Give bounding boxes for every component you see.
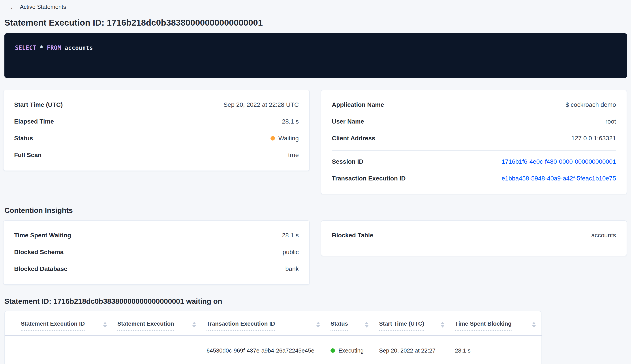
sort-icon[interactable] [316,322,322,328]
column-header-transaction-execution-id[interactable]: Transaction Execution ID [202,311,326,336]
statement-execution-details-page: ← Active Statements Statement Execution … [0,0,631,364]
row-user-name: User Name root [332,113,616,130]
summary-cards-row: Start Time (UTC) Sep 20, 2022 at 22:28 U… [3,90,627,194]
row-elapsed-time: Elapsed Time 28.1 s [14,113,299,130]
blocked-schema-value: public [283,248,299,256]
card-divider [332,150,616,151]
start-time-label: Start Time (UTC) [14,101,63,108]
sql-table-name: accounts [65,44,93,51]
contention-insights-heading: Contention Insights [4,206,627,215]
column-header-statement-execution-id[interactable]: Statement Execution ID [5,311,113,336]
sql-statement-text: SELECT * FROM accounts [15,44,93,51]
row-blocked-database: Blocked Database bank [14,260,299,277]
row-time-spent-waiting: Time Spent Waiting 28.1 s [14,227,299,244]
row-blocked-schema: Blocked Schema public [14,244,299,260]
cell-statement-execution [113,336,202,364]
session-id-link[interactable]: 1716b1f6-4e0c-f480-0000-000000000001 [502,158,616,165]
statement-execution-header-label[interactable]: Statement Execution [117,320,174,331]
arrow-left-icon: ← [10,4,16,10]
transaction-execution-id-link[interactable]: e1bba458-5948-40a9-a42f-5feac1b10e75 [502,175,616,182]
row-blocked-table: Blocked Table accounts [332,227,616,244]
blocked-database-value: bank [285,266,299,272]
cell-time-spent-blocking: 28.1 s [450,336,542,364]
sql-statement-box: SELECT * FROM accounts [4,33,627,78]
sort-icon[interactable] [365,322,371,328]
cell-statement-execution-id [5,336,113,364]
sql-star: * [40,44,43,51]
row-session-id: Session ID 1716b1f6-4e0c-f480-0000-00000… [332,153,616,170]
sort-icon[interactable] [441,322,447,328]
application-name-label: Application Name [332,101,384,108]
waiting-on-heading: Statement ID: 1716b218dc0b38380000000000… [4,297,627,306]
transaction-execution-id-label: Transaction Execution ID [332,175,406,182]
column-header-start-time[interactable]: Start Time (UTC) [375,311,450,336]
start-time-value: Sep 20, 2022 at 22:28 UTC [224,101,299,108]
sql-keyword-select: SELECT [15,44,36,51]
status-value: Waiting [278,135,299,142]
column-header-time-spent-blocking[interactable]: Time Spent Blocking [450,311,542,336]
back-to-active-statements-link[interactable]: ← Active Statements [10,4,66,10]
column-header-status[interactable]: Status [326,311,375,336]
table-row: 64530d0c-969f-437e-a9b4-26a72245e45e Exe… [5,336,542,364]
back-link-label: Active Statements [20,4,66,10]
user-name-label: User Name [332,118,364,125]
status-badge: Waiting [270,135,299,142]
row-client-address: Client Address 127.0.0.1:63321 [332,130,616,147]
session-id-label: Session ID [332,158,364,165]
full-scan-label: Full Scan [14,152,42,158]
sort-icon[interactable] [192,322,198,328]
executing-status-value: Executing [338,347,364,354]
cell-transaction-execution-id: 64530d0c-969f-437e-a9b4-26a72245e45e [202,336,326,364]
application-name-value: $ cockroach demo [566,101,616,108]
statement-execution-id-header-label[interactable]: Statement Execution ID [21,320,85,331]
time-spent-waiting-label: Time Spent Waiting [14,232,71,239]
row-full-scan: Full Scan true [14,147,299,164]
status-header-label[interactable]: Status [330,320,348,331]
time-spent-waiting-value: 28.1 s [282,232,299,239]
session-details-card: Application Name $ cockroach demo User N… [321,90,627,194]
row-application-name: Application Name $ cockroach demo [332,96,616,113]
row-start-time: Start Time (UTC) Sep 20, 2022 at 22:28 U… [14,96,299,113]
cell-status: Executing [326,336,375,364]
client-address-value: 127.0.0.1:63321 [572,135,616,142]
user-name-value: root [606,118,616,125]
cell-start-time: Sep 20, 2022 at 22:27 [375,336,450,364]
row-transaction-execution-id: Transaction Execution ID e1bba458-5948-4… [332,170,616,187]
full-scan-value: true [288,152,299,158]
waiting-on-table: Statement Execution ID Statement Executi… [5,311,542,364]
contention-right-card: Blocked Table accounts [321,220,627,256]
contention-left-card: Time Spent Waiting 28.1 s Blocked Schema… [3,220,310,285]
sql-keyword-from: FROM [47,44,61,51]
blocked-database-label: Blocked Database [14,266,67,272]
row-status: Status Waiting [14,130,299,147]
page-title: Statement Execution ID: 1716b218dc0b3838… [4,18,627,28]
sort-icon[interactable] [103,322,110,328]
execution-overview-card: Start Time (UTC) Sep 20, 2022 at 22:28 U… [3,90,310,171]
executing-status-dot-icon [330,348,335,353]
blocked-schema-label: Blocked Schema [14,248,64,256]
contention-cards-row: Time Spent Waiting 28.1 s Blocked Schema… [3,220,627,285]
transaction-execution-id-header-label[interactable]: Transaction Execution ID [206,320,275,331]
waiting-status-dot-icon [270,136,275,140]
sort-icon[interactable] [532,322,538,328]
status-label: Status [14,135,33,142]
client-address-label: Client Address [332,135,375,142]
time-spent-blocking-header-label[interactable]: Time Spent Blocking [455,320,512,331]
start-time-header-label[interactable]: Start Time (UTC) [379,320,424,331]
elapsed-time-value: 28.1 s [282,118,299,125]
elapsed-time-label: Elapsed Time [14,118,54,125]
column-header-statement-execution[interactable]: Statement Execution [113,311,202,336]
waiting-on-table-card: Statement Execution ID Statement Executi… [4,311,542,364]
blocked-table-label: Blocked Table [332,232,373,239]
blocked-table-value: accounts [591,232,616,239]
table-header-row: Statement Execution ID Statement Executi… [5,311,542,336]
